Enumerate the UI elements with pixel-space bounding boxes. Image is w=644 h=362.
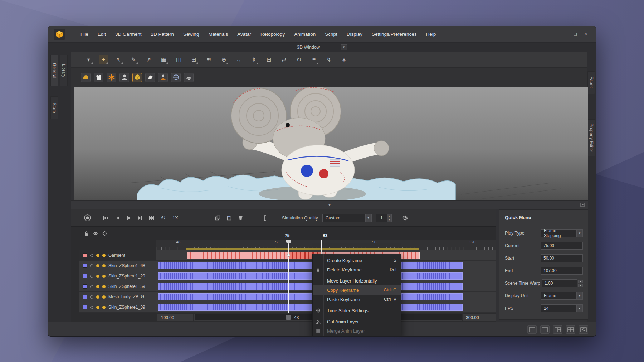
range-min-input[interactable]: -100.00 bbox=[157, 314, 193, 321]
tool-remove-box-icon[interactable]: ⊟ bbox=[264, 55, 274, 64]
dropdown-caret-icon[interactable]: ▼ bbox=[365, 214, 371, 222]
menu-2d-pattern[interactable]: 2D Pattern bbox=[146, 26, 179, 43]
skin-keyframe-bar[interactable] bbox=[158, 272, 463, 280]
current-frame-input[interactable]: 75.00 bbox=[541, 242, 583, 250]
track-label-skin1[interactable]: Skin_ZSphere1_68 bbox=[79, 261, 156, 271]
zoom-scrollbar-thumb[interactable] bbox=[286, 315, 291, 320]
scene-time-warp-input[interactable]: 1.00 bbox=[542, 279, 577, 287]
minimize-button[interactable]: — bbox=[561, 32, 568, 37]
keyframe-dot-icon[interactable] bbox=[102, 295, 106, 299]
playhead-line[interactable] bbox=[288, 240, 289, 313]
tool-layers-icon[interactable]: ≡ bbox=[309, 55, 319, 64]
tool-bolt-icon[interactable]: ↯ bbox=[324, 55, 334, 64]
keyframe-dot-icon[interactable] bbox=[102, 306, 106, 309]
collapse-arrow-icon[interactable]: ▼ bbox=[328, 203, 331, 207]
tool-pattern-grid-icon[interactable]: ▦ bbox=[159, 55, 169, 64]
tool-cursor-icon[interactable]: ↖ bbox=[114, 55, 123, 64]
track-label-skin3[interactable]: Skin_ZSphere1_59 bbox=[79, 281, 156, 292]
keyframe-dot-icon[interactable] bbox=[96, 254, 99, 257]
layout-single-icon[interactable] bbox=[527, 325, 537, 334]
tab-general[interactable]: General bbox=[50, 55, 58, 86]
restore-button[interactable]: ❐ bbox=[572, 32, 579, 37]
step-up-icon[interactable]: ▲ bbox=[578, 280, 583, 283]
menu-avatar[interactable]: Avatar bbox=[233, 26, 256, 43]
tab-store[interactable]: Store bbox=[50, 96, 58, 119]
skip-to-start-button[interactable] bbox=[100, 213, 112, 223]
menu-materials[interactable]: Materials bbox=[204, 26, 233, 43]
track-label-skin2[interactable]: Skin_ZSphere1_29 bbox=[79, 271, 156, 281]
view-selector-caret-icon[interactable]: ▼ bbox=[341, 44, 347, 50]
track-label-skin4[interactable]: Skin_ZSphere1_39 bbox=[79, 302, 156, 313]
keyframe-dot-icon[interactable] bbox=[102, 285, 106, 288]
simulation-settings-gear-icon[interactable] bbox=[400, 213, 411, 223]
keyframe-diamond-icon[interactable] bbox=[102, 231, 107, 236]
tool-add-grid-icon[interactable]: ⊞ bbox=[189, 55, 199, 64]
show-avatar-icon[interactable] bbox=[119, 73, 129, 82]
menu-display[interactable]: Display bbox=[342, 26, 367, 43]
keyframe-dot-icon[interactable] bbox=[102, 264, 106, 267]
skin-keyframe-bar[interactable] bbox=[158, 283, 463, 290]
fps-dropdown[interactable]: 24▼ bbox=[541, 304, 583, 312]
show-cap-export-icon[interactable] bbox=[184, 73, 194, 82]
tool-select-move-icon[interactable]: + bbox=[99, 55, 108, 64]
keyframe-dot-icon[interactable] bbox=[102, 275, 106, 278]
keyframe-dot-icon[interactable] bbox=[96, 264, 99, 267]
skin-keyframe-bar[interactable] bbox=[158, 262, 463, 269]
track-toggle-icon[interactable] bbox=[90, 254, 93, 257]
viewport-collapse-bar[interactable]: ▼ bbox=[71, 200, 588, 209]
keyframe-dot-icon[interactable] bbox=[102, 254, 106, 257]
play-button[interactable] bbox=[123, 213, 135, 223]
animation-range-bar[interactable] bbox=[186, 248, 419, 250]
3d-viewport[interactable] bbox=[74, 87, 588, 200]
keyframe-dot-icon[interactable] bbox=[96, 295, 99, 299]
tool-edit-pen-icon[interactable]: ✎ bbox=[129, 55, 138, 64]
show-cloth-icon[interactable] bbox=[145, 73, 155, 82]
tool-height-icon[interactable]: ⇕ bbox=[249, 55, 259, 64]
track-toggle-icon[interactable] bbox=[90, 275, 93, 278]
keyframe-dot-icon[interactable] bbox=[96, 306, 99, 309]
lock-icon[interactable] bbox=[84, 231, 89, 236]
menu-retopology[interactable]: Retopology bbox=[256, 26, 289, 43]
tool-swap-icon[interactable]: ⇄ bbox=[279, 55, 289, 64]
show-garment-icon[interactable] bbox=[94, 73, 103, 82]
spin-up-icon[interactable]: ▲ bbox=[387, 214, 391, 218]
dropdown-caret-icon[interactable]: ▼ bbox=[576, 305, 582, 312]
delete-keyframe-icon[interactable] bbox=[235, 213, 246, 223]
next-frame-button[interactable] bbox=[135, 213, 146, 223]
start-frame-input[interactable]: 50.00 bbox=[541, 254, 583, 262]
show-sim-mesh-icon[interactable] bbox=[107, 73, 116, 82]
loop-button[interactable]: ↻ bbox=[157, 213, 169, 223]
simulation-quality-dropdown[interactable]: Custom▼ bbox=[322, 214, 372, 222]
end-frame-input[interactable]: 107.00 bbox=[541, 267, 583, 275]
keyframe-point[interactable] bbox=[287, 254, 290, 257]
menu-item-cut-anim-layer[interactable]: Cut Anim Layer bbox=[313, 317, 401, 326]
show-prop-box-icon[interactable] bbox=[132, 73, 142, 82]
ibeam-cursor-icon[interactable] bbox=[259, 213, 270, 223]
menu-edit[interactable]: Edit bbox=[93, 26, 111, 43]
menu-help[interactable]: Help bbox=[421, 26, 440, 43]
previous-frame-button[interactable] bbox=[112, 213, 123, 223]
skin-keyframe-bar[interactable] bbox=[158, 304, 463, 311]
dropdown-caret-icon[interactable]: ▼ bbox=[576, 230, 582, 237]
menu-script[interactable]: Script bbox=[320, 26, 342, 43]
tab-property-editor[interactable]: Property Editor bbox=[587, 119, 595, 156]
copy-keyframe-icon[interactable] bbox=[212, 213, 223, 223]
visibility-eye-icon[interactable] bbox=[93, 231, 98, 236]
tool-width-icon[interactable]: ↔ bbox=[234, 55, 244, 64]
show-wireframe-globe-icon[interactable] bbox=[171, 73, 181, 82]
skin-keyframe-bar[interactable] bbox=[158, 293, 463, 300]
step-down-icon[interactable]: ▼ bbox=[578, 284, 583, 287]
keyframe-dot-icon[interactable] bbox=[96, 275, 99, 278]
menu-file[interactable]: File bbox=[76, 26, 93, 43]
menu-item-create-keyframe[interactable]: Create KeyframeS bbox=[313, 256, 401, 265]
display-unit-dropdown[interactable]: Frame▼ bbox=[541, 292, 583, 300]
dropdown-caret-icon[interactable]: ▼ bbox=[576, 292, 582, 299]
view-selector[interactable]: 3D Window bbox=[297, 45, 320, 50]
close-button[interactable]: ✕ bbox=[582, 32, 590, 37]
paste-keyframe-icon[interactable] bbox=[223, 213, 235, 223]
tool-panel-icon[interactable]: ◫ bbox=[174, 55, 184, 64]
menu-sewing[interactable]: Sewing bbox=[179, 26, 204, 43]
menu-animation[interactable]: Animation bbox=[289, 26, 320, 43]
tool-transform-icon[interactable]: ↗ bbox=[144, 55, 153, 64]
playback-speed-button[interactable]: 1X bbox=[169, 213, 182, 223]
